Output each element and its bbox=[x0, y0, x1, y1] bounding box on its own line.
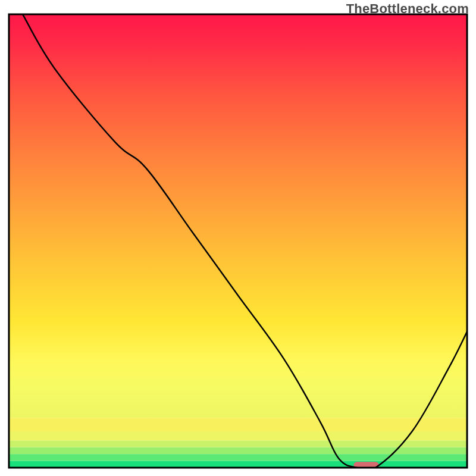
svg-rect-3 bbox=[9, 454, 467, 461]
chart-container: TheBottleneck.com bbox=[0, 0, 476, 476]
svg-rect-7 bbox=[9, 418, 467, 431]
svg-rect-2 bbox=[9, 461, 467, 468]
bottleneck-chart bbox=[0, 0, 476, 476]
svg-rect-1 bbox=[9, 14, 467, 418]
svg-rect-5 bbox=[9, 440, 467, 447]
svg-rect-6 bbox=[9, 431, 467, 440]
